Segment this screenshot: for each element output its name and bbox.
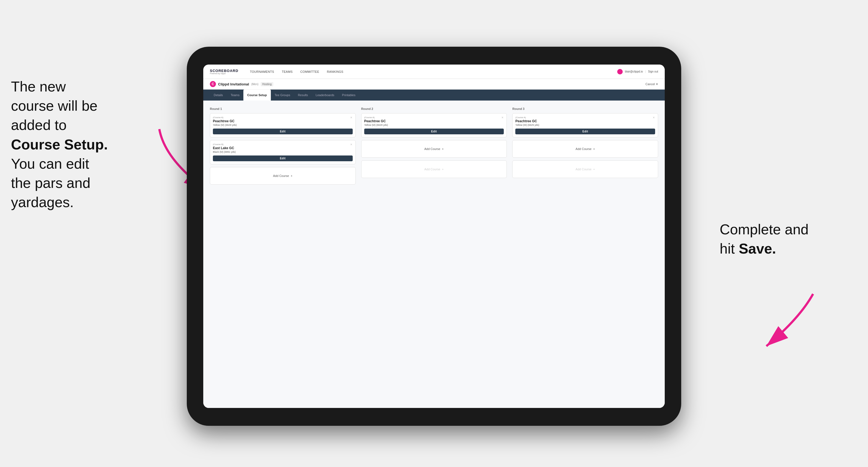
round-1-course-a-tag: (Course A) (213, 116, 353, 119)
tournament-gender: (Men) (251, 83, 258, 86)
annotation-right-line1: Complete and (720, 221, 809, 237)
round-3-course-a-tee: Yellow (M) (6629 yds) (515, 124, 655, 126)
round-2-add-course-label: Add Course + (424, 147, 444, 151)
round-1-course-a-name: Peachtree GC (213, 119, 353, 123)
annotation-left-bold: Course Setup. (11, 136, 108, 152)
round-1-add-course-button[interactable]: Add Course + (210, 167, 356, 185)
round-1-add-course-label: Add Course + (273, 174, 292, 178)
nav-item-tournaments[interactable]: TOURNAMENTS (246, 70, 278, 73)
round-3-course-a-delete-icon[interactable]: × (652, 116, 656, 120)
tournament-name: Clippd Invitational (218, 82, 249, 86)
round-1-course-b-delete-icon[interactable]: × (349, 143, 353, 147)
round-3-course-a-edit-button[interactable]: Edit (515, 129, 655, 134)
breadcrumb-bar: C Clippd Invitational (Men) Hosting Canc… (203, 79, 665, 90)
round-2-col: Round 2 (Course A) Peachtree GC Yellow (… (361, 107, 507, 187)
round-3-add-course-disabled-label: Add Course + (576, 167, 595, 171)
round-2-course-a-tee: Yellow (M) (6629 yds) (364, 124, 504, 126)
breadcrumb-left: C Clippd Invitational (Men) Hosting (210, 81, 273, 87)
tablet-screen: SCOREBOARD Powered by clippd TOURNAMENTS… (203, 65, 665, 408)
round-1-course-b-name: East Lake GC (213, 146, 353, 150)
round-3-add-course-disabled: Add Course + (512, 160, 658, 178)
round-3-course-a-name: Peachtree GC (515, 119, 655, 123)
top-nav: SCOREBOARD Powered by clippd TOURNAMENTS… (203, 65, 665, 79)
main-content: Round 1 (Course A) Peachtree GC Yellow (… (203, 100, 665, 408)
tab-printables[interactable]: Printables (338, 90, 359, 100)
tab-tee-groups[interactable]: Tee Groups (271, 90, 294, 100)
round-2-add-course-disabled: Add Course + (361, 160, 507, 178)
round-2-course-a-tag: (Course A) (364, 116, 504, 119)
annotation-right-bold: Save. (739, 241, 776, 256)
round-3-add-course-label: Add Course + (576, 147, 595, 151)
logo-sub: Powered by clippd (210, 72, 239, 74)
annotation-right: Complete and hit Save. (720, 220, 851, 258)
round-3-add-course-button[interactable]: Add Course + (512, 140, 658, 158)
nav-item-committee[interactable]: COMMITTEE (297, 70, 323, 73)
tablet-shell: SCOREBOARD Powered by clippd TOURNAMENTS… (187, 47, 681, 426)
cancel-button[interactable]: Cancel ✕ (646, 83, 658, 86)
round-2-add-plus-icon: + (442, 147, 444, 151)
logo-letter: C (212, 82, 214, 86)
round-2-add-course-disabled-label: Add Course + (424, 167, 444, 171)
nav-email: blair@clippd.io (625, 70, 643, 73)
scoreboard-logo: SCOREBOARD Powered by clippd (210, 69, 239, 74)
nav-right: blair@clippd.io | Sign out (617, 69, 658, 74)
tab-results[interactable]: Results (294, 90, 312, 100)
hosting-badge: Hosting (261, 82, 273, 86)
round-1-course-b-edit-button[interactable]: Edit (213, 155, 353, 161)
round-2-add-course-button[interactable]: Add Course + (361, 140, 507, 158)
round-1-course-a-delete-icon[interactable]: × (349, 116, 353, 120)
round-1-course-a-tee: Yellow (M) (6629 yds) (213, 124, 353, 126)
annotation-right-line2: hit (720, 241, 739, 256)
annotation-left-line2: course will be (11, 98, 97, 114)
annotation-arrow-right (744, 291, 821, 352)
round-1-col: Round 1 (Course A) Peachtree GC Yellow (… (210, 107, 356, 187)
annotation-left-line3: added to (11, 117, 66, 133)
round-1-course-b-tee: Black (M) (6891 yds) (213, 151, 353, 153)
round-2-label: Round 2 (361, 107, 507, 111)
tab-details[interactable]: Details (210, 90, 227, 100)
round-2-course-a-delete-icon[interactable]: × (500, 116, 504, 120)
annotation-left-line1: The new (11, 79, 66, 94)
tab-bar: Details Teams Course Setup Tee Groups Re… (203, 90, 665, 100)
logo-title: SCOREBOARD (210, 69, 239, 72)
round-2-course-a-card: (Course A) Peachtree GC Yellow (M) (6629… (361, 113, 507, 137)
nav-items: TOURNAMENTS TEAMS COMMITTEE RANKINGS (246, 70, 617, 73)
round-3-col: Round 3 (Course A) Peachtree GC Yellow (… (512, 107, 658, 187)
round-1-course-b-tag: (Course B) (213, 143, 353, 146)
round-3-course-a-card: (Course A) Peachtree GC Yellow (M) (6629… (512, 113, 658, 137)
nav-item-rankings[interactable]: RANKINGS (323, 70, 347, 73)
round-1-add-plus-icon: + (290, 174, 292, 178)
round-1-course-a-edit-button[interactable]: Edit (213, 129, 353, 134)
annotation-left-line6: yardages. (11, 194, 73, 210)
tab-leaderboards[interactable]: Leaderboards (312, 90, 338, 100)
round-1-course-b-card: (Course B) East Lake GC Black (M) (6891 … (210, 140, 356, 164)
clippd-logo: C (210, 81, 216, 87)
nav-divider: | (645, 70, 646, 73)
round-3-course-a-tag: (Course A) (515, 116, 655, 119)
round-1-course-a-card: (Course A) Peachtree GC Yellow (M) (6629… (210, 113, 356, 137)
round-3-label: Round 3 (512, 107, 658, 111)
rounds-grid: Round 1 (Course A) Peachtree GC Yellow (… (210, 107, 658, 187)
tab-course-setup[interactable]: Course Setup (243, 90, 271, 100)
annotation-left-line4: You can edit (11, 156, 89, 172)
sign-out-link[interactable]: Sign out (648, 70, 658, 73)
nav-avatar (617, 69, 623, 74)
round-3-add-plus-icon: + (593, 147, 595, 151)
round-1-label: Round 1 (210, 107, 356, 111)
annotation-left-line5: the pars and (11, 175, 90, 191)
nav-item-teams[interactable]: TEAMS (278, 70, 297, 73)
tab-teams[interactable]: Teams (227, 90, 243, 100)
round-2-course-a-name: Peachtree GC (364, 119, 504, 123)
round-2-course-a-edit-button[interactable]: Edit (364, 129, 504, 134)
